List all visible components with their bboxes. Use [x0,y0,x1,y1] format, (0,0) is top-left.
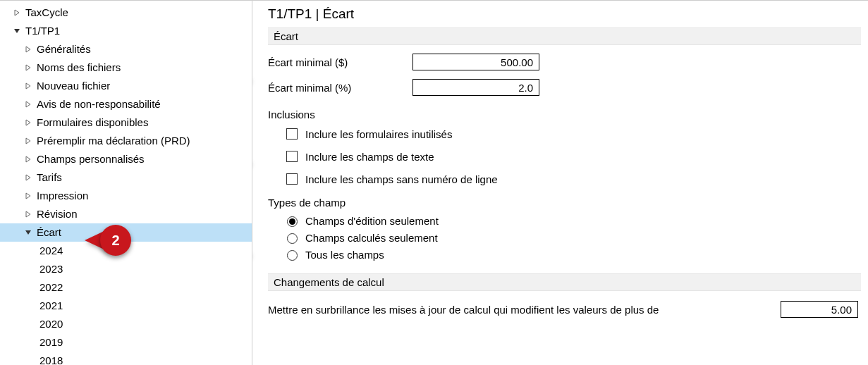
radio-label: Champs calculés seulement [305,232,438,244]
tree-label: Impression [35,187,88,205]
input-ecart-min-dollar[interactable] [412,54,539,70]
tree-label: 2021 [38,297,63,315]
input-ecart-min-pct[interactable] [412,79,539,96]
tree-item-avis[interactable]: Avis de non-responsabilité [0,95,252,113]
tree-item-year[interactable]: 2023 [0,260,252,278]
radio-champs-edition[interactable] [287,216,298,227]
tree-item-nouveau-fichier[interactable]: Nouveau fichier [0,77,252,95]
caret-right-icon [24,63,32,72]
tree-item-tarifs[interactable]: Tarifs [0,168,252,187]
tree-label: Écart [35,223,61,242]
tree-label: 2019 [38,333,63,352]
tree-label: 2020 [38,315,63,333]
tree-label: Tarifs [35,168,62,187]
checkbox-inclure-formulaires[interactable] [286,128,298,140]
label-calc-highlight: Mettre en surbrillance les mises à jour … [268,304,659,316]
tree-label: 2024 [38,242,63,260]
checkbox-label: Inclure les champs sans numéro de ligne [305,173,498,185]
radio-label: Tous les champs [305,249,384,261]
caret-right-icon [24,155,32,163]
checkbox-inclure-champs-texte[interactable] [286,151,298,162]
tree-label: Révision [35,205,78,223]
tree-label: 2023 [38,260,63,278]
checkbox-inclure-champs-sans-num[interactable] [286,173,298,185]
tree-label: Nouveau fichier [35,77,110,95]
section-header-calc: Changements de calcul [268,273,861,291]
tree-label: Avis de non-responsabilité [35,95,161,113]
tree-label: Champs personnalisés [35,150,145,168]
checkbox-label: Inclure les champs de texte [305,151,434,163]
radio-row-calcules: Champs calculés seulement [283,231,861,244]
caret-right-icon [24,100,32,109]
tree-label: T1/TP1 [24,22,60,40]
ecart-form: Écart minimal ($) Écart minimal (%) [268,54,861,96]
label-ecart-min-dollar: Écart minimal ($) [268,56,412,68]
page-title: T1/TP1 | Écart [268,6,861,22]
caret-down-icon [13,27,21,35]
tree-item-generalites[interactable]: Généralités [0,40,252,58]
caret-right-icon [24,192,32,200]
checkbox-row-formulaires: Inclure les formulaires inutilisés [283,126,861,142]
settings-tree: TaxCycle T1/TP1 Généralités Noms des fic… [0,1,252,365]
caret-right-icon [24,82,32,90]
tree-item-year[interactable]: 2019 [0,333,252,352]
heading-inclusions: Inclusions [268,109,861,120]
tree-item-year[interactable]: 2018 [0,352,252,365]
tree-item-preremplir[interactable]: Préremplir ma déclaration (PRD) [0,132,252,150]
tree-item-taxcycle[interactable]: TaxCycle [0,4,252,22]
tree-item-year[interactable]: 2020 [0,315,252,333]
input-calc-threshold[interactable] [781,301,858,318]
row-calc-highlight: Mettre en surbrillance les mises à jour … [268,301,861,318]
caret-right-icon [13,8,21,17]
caret-down-icon [24,228,32,237]
tree-label: Préremplir ma déclaration (PRD) [35,132,190,150]
checkbox-row-champs-texte: Inclure les champs de texte [283,149,861,164]
tree-item-year[interactable]: 2021 [0,297,252,315]
radio-label: Champs d'édition seulement [305,215,439,227]
tree-label: Formulaires disponibles [35,113,148,132]
caret-right-icon [24,173,32,182]
radio-champs-calcules[interactable] [287,233,298,244]
label-ecart-min-pct: Écart minimal (%) [268,82,412,94]
settings-panel: T1/TP1 | Écart Écart Écart minimal ($) É… [252,1,868,365]
tree-item-t1tp1[interactable]: T1/TP1 [0,22,252,40]
heading-types-champ: Types de champ [268,197,861,209]
tree-item-impression[interactable]: Impression [0,187,252,205]
tree-item-ecart[interactable]: Écart [0,223,252,242]
radio-row-edition: Champs d'édition seulement [283,214,861,227]
app-root: TaxCycle T1/TP1 Généralités Noms des fic… [0,0,868,365]
tree-label: 2022 [38,278,63,297]
tree-item-year[interactable]: 2022 [0,278,252,297]
caret-right-icon [24,45,32,54]
radio-row-tous: Tous les champs [283,248,861,261]
tree-item-formulaires[interactable]: Formulaires disponibles [0,113,252,132]
tree-item-champs-perso[interactable]: Champs personnalisés [0,150,252,168]
tree-item-revision[interactable]: Révision [0,205,252,223]
row-ecart-min-dollar: Écart minimal ($) [268,54,861,70]
tree-item-year[interactable]: 2024 [0,242,252,260]
caret-right-icon [24,118,32,127]
tree-label: TaxCycle [24,4,68,22]
section-header-ecart: Écart [268,27,861,45]
checkbox-label: Inclure les formulaires inutilisés [305,128,452,140]
tree-label: Généralités [35,40,91,58]
caret-right-icon [24,137,32,145]
checkbox-row-champs-sans-num: Inclure les champs sans numéro de ligne [283,171,861,187]
radio-tous-champs[interactable] [287,250,298,261]
row-ecart-min-pct: Écart minimal (%) [268,79,861,96]
tree-label: Noms des fichiers [35,58,121,77]
tree-item-noms-fichiers[interactable]: Noms des fichiers [0,58,252,77]
tree-label: 2018 [38,352,63,365]
caret-right-icon [24,210,32,218]
